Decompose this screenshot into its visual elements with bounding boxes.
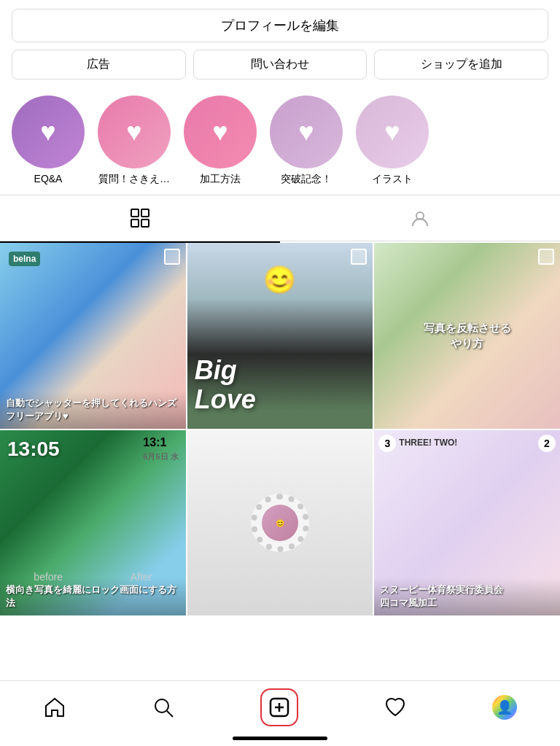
heart-icon-edit: ♥ bbox=[212, 117, 228, 147]
edit-profile-button[interactable]: プロフィールを編集 bbox=[12, 9, 548, 42]
badge-2: 2 bbox=[538, 435, 556, 452]
svg-line-6 bbox=[167, 711, 173, 717]
nav-search[interactable] bbox=[152, 696, 175, 719]
home-indicator bbox=[233, 737, 327, 740]
post-cell-5[interactable]: 😊 bbox=[187, 430, 373, 616]
contact-button[interactable]: 問い合わせ bbox=[193, 50, 368, 79]
frame-circle: 😊 bbox=[251, 494, 309, 552]
highlight-item-illust[interactable]: ♥ イラスト bbox=[356, 96, 429, 186]
heart-icon-illust: ♥ bbox=[384, 117, 400, 147]
smiley-overlay: 😊 bbox=[263, 265, 296, 295]
time-display: 13:05 bbox=[7, 438, 60, 461]
big-love-text: BigLove bbox=[195, 356, 256, 413]
post-text-1: 自動でシャッターを押してくれるハンズフリーアプリ♥ bbox=[0, 391, 186, 429]
content-tab-bar bbox=[0, 195, 560, 241]
svg-rect-3 bbox=[141, 219, 149, 227]
svg-point-5 bbox=[155, 699, 168, 712]
tab-grid[interactable] bbox=[0, 203, 280, 233]
heart-icon-question: ♥ bbox=[126, 117, 141, 147]
photo-grid: belna 自動でシャッターを押してくれるハンズフリーアプリ♥ 😊 BigLov… bbox=[0, 243, 560, 615]
highlight-item-milestone[interactable]: ♥ 突破記念！ bbox=[270, 96, 343, 186]
post-text-4: 横向き写真を綺麗にロック画面にする方法 bbox=[0, 578, 186, 615]
post-cell-3[interactable]: 写真を反転させるやり方 bbox=[374, 243, 560, 429]
post-cell-2[interactable]: 😊 BigLove bbox=[187, 243, 373, 429]
three-two-text: THREE! TWO! bbox=[399, 438, 457, 448]
highlight-item-question[interactable]: ♥ 質問！さきえ… bbox=[98, 96, 171, 186]
inner-text: 😊 bbox=[276, 519, 284, 527]
heart-icon-milestone: ♥ bbox=[298, 117, 314, 147]
post-cell-4[interactable]: 13:05 13:16月5日 水 before After 横向き写真を綺麗にロ… bbox=[0, 430, 186, 616]
nav-profile[interactable]: 👤 bbox=[492, 695, 517, 720]
time-display-2: 13:16月5日 水 bbox=[143, 436, 178, 462]
highlight-label-edit: 加工方法 bbox=[200, 173, 241, 186]
profile-edit-section: プロフィールを編集 bbox=[0, 0, 560, 50]
inner-circle: 😊 bbox=[262, 505, 298, 541]
nav-home[interactable] bbox=[43, 696, 66, 719]
profile-avatar: 👤 bbox=[492, 695, 517, 720]
post-text-6: スヌーピー体育祭実行委員会四コマ風加工 bbox=[374, 578, 560, 615]
post-cell-1[interactable]: belna 自動でシャッターを押してくれるハンズフリーアプリ♥ bbox=[0, 243, 186, 429]
svg-rect-1 bbox=[141, 209, 149, 217]
highlights-row: ♥ EQ&A ♥ 質問！さきえ… ♥ 加工方法 ♥ 突破記念！ ♥ イラスト bbox=[0, 90, 560, 195]
action-buttons-row: 広告 問い合わせ ショップを追加 bbox=[0, 50, 560, 90]
highlight-label-qa: EQ&A bbox=[34, 173, 63, 184]
app-logo-1: belna bbox=[9, 252, 40, 266]
multi-icon-3 bbox=[538, 249, 554, 265]
badge-3: 3 bbox=[378, 435, 396, 452]
multi-icon-1 bbox=[164, 249, 180, 265]
post-cell-6[interactable]: 3 2 THREE! TWO! スヌーピー体育祭実行委員会四コマ風加工 bbox=[374, 430, 560, 616]
heart-icon-qa: ♥ bbox=[40, 117, 55, 147]
nav-heart[interactable] bbox=[384, 696, 407, 719]
highlight-label-question: 質問！さきえ… bbox=[98, 173, 170, 186]
svg-rect-0 bbox=[131, 209, 139, 217]
ad-button[interactable]: 広告 bbox=[12, 50, 186, 79]
multi-icon-2 bbox=[351, 249, 367, 265]
shop-button[interactable]: ショップを追加 bbox=[374, 50, 548, 79]
add-button-circle[interactable] bbox=[260, 688, 298, 726]
nav-add[interactable] bbox=[260, 688, 298, 726]
highlight-label-illust: イラスト bbox=[372, 173, 413, 186]
post-text-3: 写真を反転させるやり方 bbox=[384, 320, 551, 351]
highlight-item-qa[interactable]: ♥ EQ&A bbox=[12, 96, 85, 186]
highlight-item-edit[interactable]: ♥ 加工方法 bbox=[184, 96, 257, 186]
svg-rect-2 bbox=[131, 219, 139, 227]
highlight-label-milestone: 突破記念！ bbox=[281, 173, 332, 186]
tab-tagged[interactable] bbox=[280, 203, 560, 233]
